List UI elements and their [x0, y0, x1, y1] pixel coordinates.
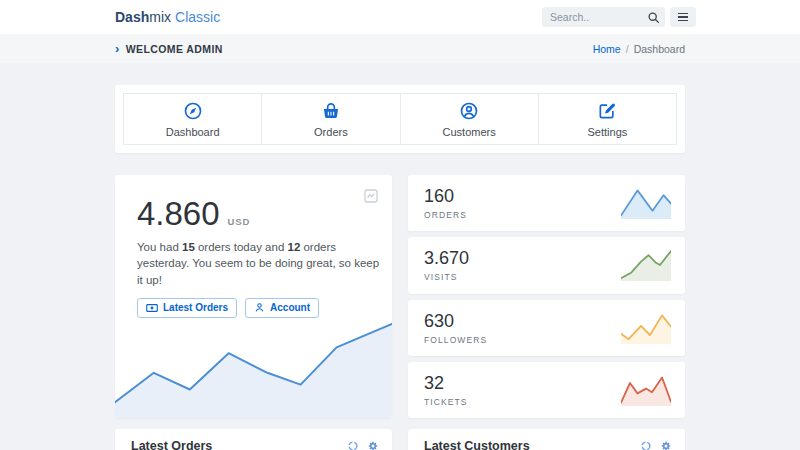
app-logo[interactable]: DashmixClassic: [115, 9, 220, 25]
latest-orders-title: Latest Orders: [131, 439, 212, 450]
earnings-summary: You had 15 orders today and 12 orders ye…: [137, 239, 383, 289]
stat-value: 3.670: [424, 248, 469, 269]
nav-item-dashboard[interactable]: Dashboard: [124, 94, 262, 144]
header-bar: DashmixClassic: [0, 0, 800, 34]
earnings-area-chart: [115, 312, 392, 418]
settings-button[interactable]: [367, 440, 379, 450]
latest-customers-title: Latest Customers: [424, 439, 530, 450]
search-icon: [647, 11, 660, 24]
brand-flavor: Classic: [175, 9, 220, 25]
latest-customers-card: Latest Customers: [408, 429, 685, 450]
person-circle-icon: [459, 101, 479, 121]
orders-sparkline-chart: [621, 187, 671, 219]
stat-value: 630: [424, 311, 487, 332]
earnings-card: 4.860 USD You had 15 orders today and 12…: [115, 175, 392, 418]
quick-nav-card: Dashboard Orders Customers Settings: [115, 85, 685, 153]
earnings-currency: USD: [228, 216, 250, 227]
menu-toggle-button[interactable]: [670, 7, 696, 27]
refresh-icon: [347, 440, 359, 450]
nav-item-customers[interactable]: Customers: [401, 94, 539, 144]
breadcrumb-separator: /: [626, 43, 629, 55]
refresh-button[interactable]: [640, 440, 652, 450]
page-heading-bar: › WELCOME ADMIN Home/Dashboard: [0, 34, 800, 63]
nav-item-settings[interactable]: Settings: [539, 94, 676, 144]
followers-sparkline-chart: [621, 312, 671, 344]
chart-icon: [363, 188, 379, 204]
breadcrumb-current: Dashboard: [634, 43, 685, 55]
search-box: [542, 7, 665, 27]
stat-label: TICKETS: [424, 397, 468, 407]
stat-label: ORDERS: [424, 210, 467, 220]
stat-card-orders: 160 ORDERS: [408, 175, 685, 231]
breadcrumb-home-link[interactable]: Home: [593, 43, 621, 55]
brand-regular: mix: [149, 9, 171, 25]
stat-value: 32: [424, 373, 468, 394]
refresh-icon: [640, 440, 652, 450]
compass-icon: [183, 101, 203, 121]
tickets-sparkline-chart: [621, 374, 671, 406]
main-content: Dashboard Orders Customers Settings 4.86…: [0, 63, 800, 450]
page-title-text: WELCOME ADMIN: [126, 43, 223, 55]
settings-button[interactable]: [660, 440, 672, 450]
nav-item-label: Dashboard: [166, 126, 220, 138]
stat-card-followers: 630 FOLLOWERS: [408, 300, 685, 356]
nav-item-label: Settings: [588, 126, 628, 138]
latest-orders-card: Latest Orders: [115, 429, 392, 450]
hamburger-icon: [678, 13, 688, 21]
nav-item-label: Orders: [314, 126, 348, 138]
shopping-bag-icon: [321, 101, 341, 121]
brand-bold: Dash: [115, 9, 149, 25]
breadcrumb: Home/Dashboard: [593, 43, 685, 55]
stat-card-visits: 3.670 VISITS: [408, 237, 685, 293]
nav-item-label: Customers: [443, 126, 496, 138]
stat-card-tickets: 32 TICKETS: [408, 362, 685, 418]
gear-icon: [367, 440, 379, 450]
gear-icon: [660, 440, 672, 450]
edit-icon: [597, 101, 617, 121]
refresh-button[interactable]: [347, 440, 359, 450]
visits-sparkline-chart: [621, 249, 671, 281]
page-title: › WELCOME ADMIN: [115, 42, 223, 55]
nav-item-orders[interactable]: Orders: [262, 94, 400, 144]
earnings-amount: 4.860: [137, 197, 220, 232]
stat-label: FOLLOWERS: [424, 335, 487, 345]
search-button[interactable]: [643, 7, 663, 27]
stat-value: 160: [424, 186, 467, 207]
stat-label: VISITS: [424, 272, 469, 282]
chevron-right-icon: ›: [115, 42, 120, 55]
